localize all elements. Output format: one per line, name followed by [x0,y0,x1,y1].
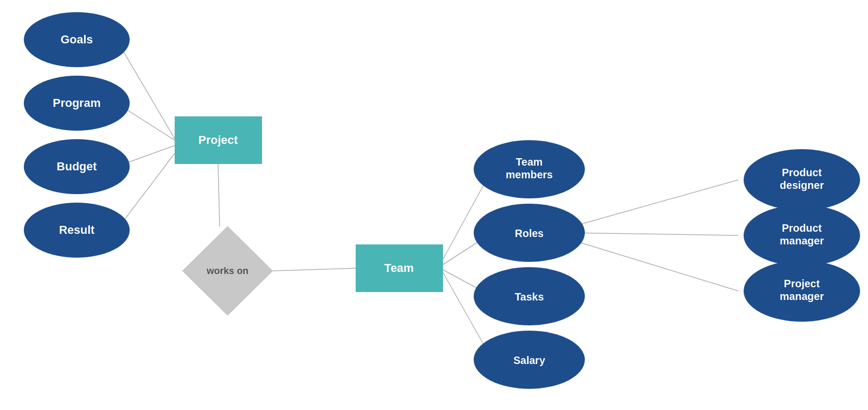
project-manager-label-2: manager [780,290,824,302]
result-label: Result [59,223,95,236]
goals-label: Goals [60,33,93,46]
svg-line-4 [218,164,220,226]
project-label: Project [198,133,238,147]
svg-line-12 [569,239,738,291]
diagram-canvas: Goals Program Budget Result Project work… [0,0,868,410]
budget-label: Budget [57,160,97,173]
tasks-label: Tasks [514,291,544,303]
svg-line-0 [116,40,175,139]
salary-label: Salary [513,354,546,366]
works-on-label: works on [206,266,248,276]
team-label: Team [384,261,414,275]
program-label: Program [53,96,101,110]
product-manager-label-2: manager [780,235,824,247]
roles-label: Roles [515,227,544,239]
svg-line-10 [569,180,738,227]
project-manager-label-1: Project [784,278,820,289]
svg-line-5 [273,268,356,271]
product-designer-label-1: Product [782,167,822,178]
svg-line-11 [569,233,738,235]
team-members-label-2: members [506,169,553,180]
product-manager-label-1: Product [782,222,822,234]
product-designer-label-2: designer [780,179,824,191]
team-members-label-1: Team [516,156,543,168]
